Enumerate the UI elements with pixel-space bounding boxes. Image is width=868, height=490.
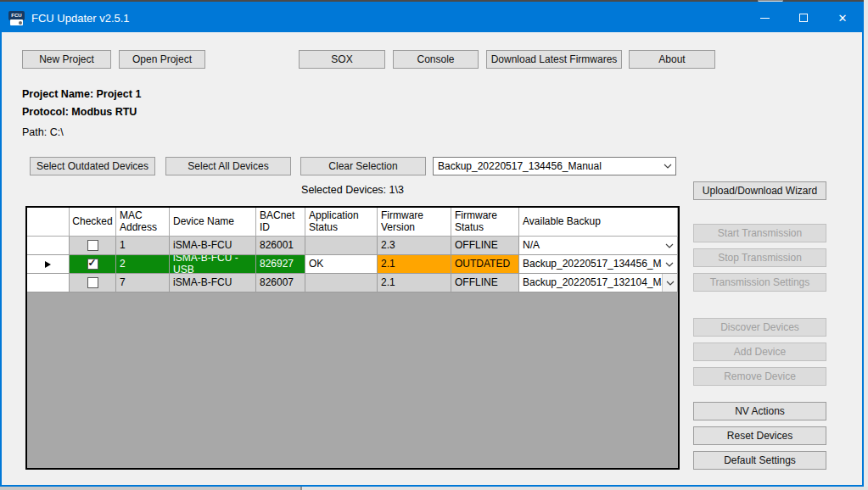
cell-application-status[interactable]: OK bbox=[305, 255, 378, 274]
maximize-button[interactable] bbox=[784, 3, 823, 32]
reset-devices-button[interactable]: Reset Devices bbox=[693, 426, 826, 445]
open-project-button[interactable]: Open Project bbox=[119, 50, 205, 69]
row-checkbox[interactable] bbox=[87, 277, 98, 288]
cell-device-name[interactable]: iSMA-B-FCU - USB bbox=[170, 255, 256, 274]
cell-available-backup[interactable]: Backup_20220517_132104_Ma... bbox=[519, 274, 678, 292]
nv-actions-button[interactable]: NV Actions bbox=[693, 402, 826, 420]
row-backup-dropdown[interactable]: N/A bbox=[519, 237, 677, 254]
cell-bacnet-id[interactable]: 826927 bbox=[256, 255, 305, 274]
maximize-icon bbox=[799, 14, 808, 22]
console-button[interactable]: Console bbox=[393, 50, 479, 69]
select-outdated-devices-button[interactable]: Select Outdated Devices bbox=[30, 157, 155, 175]
cell-firmware-version[interactable]: 2.1 bbox=[378, 274, 451, 292]
background-bottom-strip-left bbox=[0, 487, 300, 490]
header-bacnet-id[interactable]: BACnet ID bbox=[256, 208, 305, 237]
row-checkbox[interactable] bbox=[87, 259, 98, 270]
protocol-label: Protocol: Modbus RTU bbox=[22, 106, 137, 118]
cell-device-name[interactable]: iSMA-B-FCU bbox=[170, 237, 256, 255]
header-mac-address[interactable]: MAC Address bbox=[116, 208, 170, 237]
background-right-strip bbox=[864, 0, 868, 490]
app-window: FCU FCU Updater v2.5.1 ✕ New Project Ope… bbox=[0, 2, 864, 487]
cell-checked[interactable] bbox=[70, 237, 116, 255]
default-settings-button[interactable]: Default Settings bbox=[693, 451, 826, 470]
discover-devices-button: Discover Devices bbox=[693, 318, 826, 337]
start-transmission-button: Start Transmission bbox=[693, 224, 826, 242]
cell-firmware-version[interactable]: 2.1 bbox=[378, 255, 451, 274]
download-latest-firmwares-button[interactable]: Download Latest Firmwares bbox=[486, 50, 622, 69]
close-icon: ✕ bbox=[838, 12, 848, 25]
project-name-label: Project Name: Project 1 bbox=[22, 88, 141, 100]
cell-bacnet-id[interactable]: 826007 bbox=[256, 274, 305, 292]
row-selector-cell[interactable] bbox=[27, 274, 70, 292]
header-firmware-version[interactable]: Firmware Version bbox=[378, 208, 451, 237]
row-selector-cell[interactable] bbox=[27, 255, 70, 274]
header-application-status[interactable]: Application Status bbox=[305, 208, 378, 237]
chevron-down-icon bbox=[662, 274, 677, 292]
cell-available-backup[interactable]: N/A bbox=[519, 237, 678, 255]
cell-mac-address[interactable]: 1 bbox=[116, 237, 170, 255]
screen: FCU FCU Updater v2.5.1 ✕ New Project Ope… bbox=[0, 0, 868, 490]
path-label: Path: C:\ bbox=[22, 126, 64, 138]
cell-application-status[interactable] bbox=[305, 274, 378, 292]
current-row-arrow-icon bbox=[45, 261, 51, 268]
new-project-button[interactable]: New Project bbox=[22, 50, 111, 69]
stop-transmission-button: Stop Transmission bbox=[693, 248, 826, 267]
header-device-name[interactable]: Device Name bbox=[170, 208, 256, 237]
table-row: 7 iSMA-B-FCU 826007 2.1 OFFLINE Backup_2… bbox=[27, 274, 678, 292]
backup-select-dropdown[interactable]: Backup_20220517_134456_Manual bbox=[433, 157, 676, 175]
chevron-down-icon bbox=[660, 164, 675, 169]
background-bottom-divider bbox=[300, 487, 302, 490]
cell-checked[interactable] bbox=[70, 255, 116, 274]
table-row-selected: 2 iSMA-B-FCU - USB 826927 OK 2.1 OUTDATE… bbox=[27, 255, 678, 274]
header-firmware-status[interactable]: Firmware Status bbox=[451, 208, 519, 237]
app-icon: FCU bbox=[8, 11, 25, 25]
remove-device-button: Remove Device bbox=[693, 367, 826, 386]
cell-available-backup[interactable]: Backup_20220517_134456_Manu bbox=[519, 255, 678, 274]
cell-device-name[interactable]: iSMA-B-FCU bbox=[170, 274, 256, 292]
cell-mac-address[interactable]: 2 bbox=[116, 255, 170, 274]
cell-mac-address[interactable]: 7 bbox=[116, 274, 170, 292]
close-button[interactable]: ✕ bbox=[823, 3, 862, 32]
select-all-devices-button[interactable]: Select All Devices bbox=[165, 157, 291, 175]
cell-firmware-status[interactable]: OFFLINE bbox=[451, 274, 519, 292]
header-checked[interactable]: Checked bbox=[70, 208, 116, 237]
transmission-settings-button: Transmission Settings bbox=[693, 273, 826, 292]
chevron-down-icon bbox=[662, 237, 677, 254]
gear-icon bbox=[19, 21, 22, 25]
grid-empty-area bbox=[27, 292, 678, 468]
sox-button[interactable]: SOX bbox=[299, 50, 385, 69]
window-controls: ✕ bbox=[745, 3, 862, 32]
table-row: 1 iSMA-B-FCU 826001 2.3 OFFLINE N/A bbox=[27, 237, 678, 255]
add-device-button: Add Device bbox=[693, 342, 826, 361]
minimize-icon bbox=[760, 18, 770, 19]
cell-checked[interactable] bbox=[70, 274, 116, 292]
clear-selection-button[interactable]: Clear Selection bbox=[300, 157, 426, 175]
cell-application-status[interactable] bbox=[305, 237, 378, 255]
header-row-selector bbox=[27, 208, 70, 237]
devices-grid: Checked MAC Address Device Name BACnet I… bbox=[25, 206, 680, 470]
grid-header-row: Checked MAC Address Device Name BACnet I… bbox=[27, 208, 678, 237]
row-checkbox[interactable] bbox=[87, 240, 98, 251]
titlebar: FCU FCU Updater v2.5.1 ✕ bbox=[2, 3, 862, 32]
row-selector-cell[interactable] bbox=[27, 237, 70, 255]
header-available-backup[interactable]: Available Backup bbox=[519, 208, 678, 237]
about-button[interactable]: About bbox=[629, 50, 715, 69]
backup-select-value: Backup_20220517_134456_Manual bbox=[434, 160, 660, 172]
upload-download-wizard-button[interactable]: Upload/Download Wizard bbox=[693, 181, 826, 200]
cell-bacnet-id[interactable]: 826001 bbox=[256, 237, 305, 255]
minimize-button[interactable] bbox=[745, 3, 784, 32]
cell-firmware-status[interactable]: OFFLINE bbox=[451, 237, 519, 255]
cell-firmware-status[interactable]: OUTDATED bbox=[451, 255, 519, 274]
row-backup-dropdown[interactable]: Backup_20220517_132104_Ma... bbox=[519, 274, 677, 292]
cell-firmware-version[interactable]: 2.3 bbox=[378, 237, 451, 255]
selected-devices-count-label: Selected Devices: 1\3 bbox=[25, 184, 680, 196]
chevron-down-icon bbox=[662, 255, 677, 273]
window-title: FCU Updater v2.5.1 bbox=[31, 12, 130, 25]
row-backup-dropdown[interactable]: Backup_20220517_134456_Manu bbox=[519, 255, 677, 273]
